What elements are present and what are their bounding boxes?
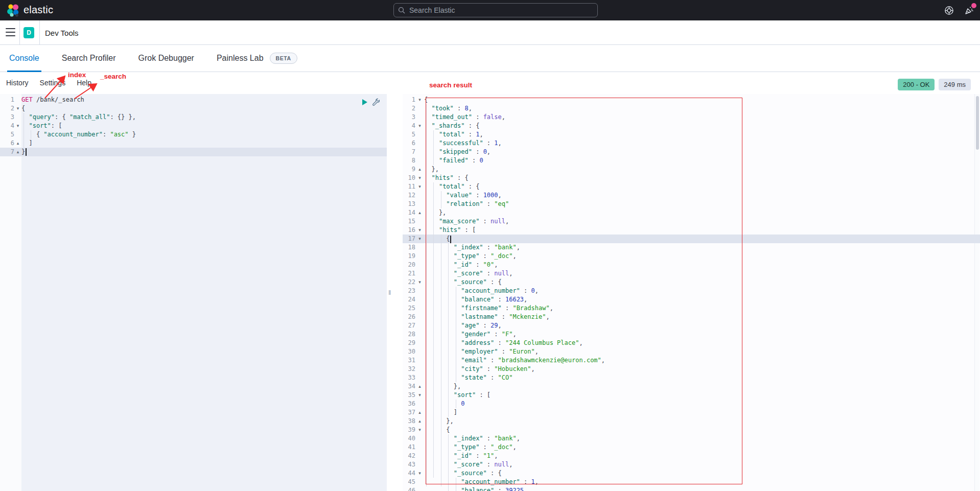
line-number: 16 [403,226,415,235]
code-line[interactable]: 2 "took" : 8, [403,104,980,113]
code-line[interactable]: 20 "_id" : "0", [403,261,980,269]
code-line[interactable]: 36 0 [403,400,980,408]
code-line[interactable]: 31 "email" : "bradshawmckenzie@euron.com… [403,356,980,365]
code-line[interactable]: 9▴ }, [403,165,980,174]
fold-toggle-icon[interactable]: ▾ [415,182,424,191]
fold-toggle-icon[interactable]: ▾ [415,426,424,434]
app-badge[interactable]: D [24,27,34,38]
code-line[interactable]: 37▴ ] [403,408,980,417]
fold-toggle-icon[interactable]: ▾ [14,104,21,113]
fold-toggle-icon[interactable]: ▾ [415,226,424,235]
fold-toggle-icon[interactable]: ▴ [415,408,424,417]
code-line[interactable]: 44▾ "_source" : { [403,469,980,478]
code-line[interactable]: 43 "_score" : null, [403,460,980,469]
panel-resize-handle[interactable]: ‖ [388,289,391,296]
code-line[interactable]: 46 "balance" : 39225, [403,486,980,491]
code-line[interactable]: 7 "skipped" : 0, [403,148,980,156]
code-line[interactable]: 24 "balance" : 16623, [403,295,980,304]
fold-toggle-icon[interactable]: ▾ [415,278,424,287]
code-line[interactable]: 32 "city" : "Hobucken", [403,365,980,373]
fold-toggle-icon[interactable]: ▾ [415,469,424,478]
fold-toggle-icon[interactable]: ▾ [14,122,21,130]
code-line[interactable]: 3 "query": { "match_all": {} }, [0,113,387,122]
code-line[interactable]: 14▴ }, [403,208,980,217]
code-line[interactable]: 21 "_score" : null, [403,269,980,278]
request-editor[interactable]: 1GET /bank/_search2▾{3 "query": { "match… [0,94,387,491]
fold-toggle-icon[interactable]: ▴ [415,417,424,426]
search-input[interactable] [409,6,583,14]
code-text: "_source" : { [424,278,502,287]
code-line[interactable]: 42 "_id" : "1", [403,452,980,460]
code-line[interactable]: 16▾ "hits" : [ [403,226,980,235]
code-line[interactable]: 3 "timed_out" : false, [403,113,980,122]
code-line[interactable]: 18 "_index" : "bank", [403,243,980,252]
fold-toggle-icon[interactable]: ▴ [14,139,21,148]
code-line[interactable]: 41 "_type" : "_doc", [403,443,980,452]
code-line[interactable]: 4▾ "_shards" : { [403,122,980,130]
code-line[interactable]: 11▾ "total" : { [403,182,980,191]
fold-toggle-icon[interactable]: ▴ [14,148,21,156]
fold-toggle-icon[interactable]: ▾ [415,174,424,182]
response-editor[interactable]: 1▾{2 "took" : 8,3 "timed_out" : false,4▾… [403,94,980,491]
tab-grok-debugger[interactable]: Grok Debugger [138,45,194,72]
tab-search-profiler[interactable]: Search Profiler [62,45,116,72]
code-line[interactable]: 12 "value" : 1000, [403,191,980,200]
code-line[interactable]: 28 "gender" : "F", [403,330,980,339]
code-line[interactable]: 10▾ "hits" : { [403,174,980,182]
code-line[interactable]: 13 "relation" : "eq" [403,200,980,208]
code-line[interactable]: 34▴ }, [403,382,980,391]
code-line[interactable]: 1▾{ [403,96,980,104]
code-line[interactable]: 15 "max_score" : null, [403,217,980,226]
code-line[interactable]: 6▴ ] [0,139,387,148]
code-text: { [424,426,450,434]
menu-item-history[interactable]: History [6,79,29,87]
code-line[interactable]: 30 "employer" : "Euron", [403,347,980,356]
tab-console[interactable]: Console [9,45,39,72]
code-line[interactable]: 39▾ { [403,426,980,434]
line-number: 7 [403,148,415,156]
code-line[interactable]: 33 "state" : "CO" [403,373,980,382]
code-line[interactable]: 5 { "account_number": "asc" } [0,130,387,139]
menu-hamburger-button[interactable] [6,28,15,37]
code-line[interactable]: 25 "firstname" : "Bradshaw", [403,304,980,313]
code-line[interactable]: 2▾{ [0,104,387,113]
newsfeed-button[interactable] [964,5,975,16]
fold-toggle-icon[interactable]: ▾ [415,122,424,130]
fold-spacer [415,434,424,443]
tab-painless-lab[interactable]: Painless Lab [217,45,264,72]
code-line[interactable]: 45 "account_number" : 1, [403,478,980,486]
elastic-logo[interactable] [7,4,20,17]
fold-spacer [14,130,21,139]
code-line[interactable]: 26 "lastname" : "Mckenzie", [403,313,980,321]
global-search-bar[interactable] [393,3,598,17]
line-number: 2 [403,104,415,113]
fold-toggle-icon[interactable]: ▾ [415,235,424,243]
code-line[interactable]: 40 "_index" : "bank", [403,434,980,443]
fold-toggle-icon[interactable]: ▴ [415,382,424,391]
code-line[interactable]: 6 "successful" : 1, [403,139,980,148]
code-line[interactable]: 7▴} [0,148,387,156]
annotation-index-label: index [68,71,86,79]
code-line[interactable]: 5 "total" : 1, [403,130,980,139]
code-line[interactable]: 29 "address" : "244 Columbus Place", [403,339,980,347]
code-line[interactable]: 1GET /bank/_search [0,96,387,104]
menu-item-help[interactable]: Help [77,79,91,87]
fold-toggle-icon[interactable]: ▴ [415,208,424,217]
code-line[interactable]: 27 "age" : 29, [403,321,980,330]
fold-toggle-icon[interactable]: ▾ [415,391,424,400]
code-text: "_id" : "1", [424,452,498,460]
fold-toggle-icon[interactable]: ▾ [415,96,424,104]
help-button[interactable] [943,5,954,16]
code-line[interactable]: 8 "failed" : 0 [403,156,980,165]
code-line[interactable]: 4▾ "sort": [ [0,122,387,130]
code-line[interactable]: 19 "_type" : "_doc", [403,252,980,261]
code-line[interactable]: 23 "account_number" : 0, [403,287,980,295]
fold-spacer [415,295,424,304]
code-line[interactable]: 17▾ { [403,235,980,243]
line-number: 6 [0,139,14,148]
fold-toggle-icon[interactable]: ▴ [415,165,424,174]
code-line[interactable]: 35▾ "sort" : [ [403,391,980,400]
code-line[interactable]: 22▾ "_source" : { [403,278,980,287]
code-line[interactable]: 38▴ }, [403,417,980,426]
menu-item-settings[interactable]: Settings [40,79,66,87]
